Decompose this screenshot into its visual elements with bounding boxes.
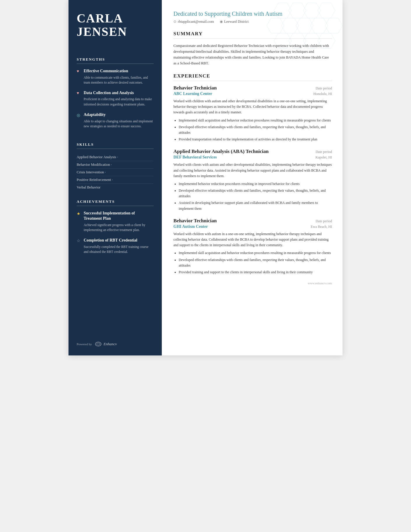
achievement-desc-1: Achieved significant progress with a cli… (84, 223, 154, 233)
strengths-section-title: STRENGTHS (77, 57, 154, 64)
bullet-2-3: Assisted in developing behavior support … (179, 200, 332, 211)
skill-item-aba: Applied Behavior Analysis · (77, 154, 154, 161)
achievement-desc-2: Successfully completed the RBT training … (84, 244, 154, 255)
exp-location-3: Ewa Beach, HI (311, 225, 332, 229)
bullet-1-2: Developed effective relationships with c… (179, 124, 332, 135)
first-name: CARLA (77, 12, 154, 25)
strength-item-data: ♥ Data Collection and Analysis Proficien… (77, 90, 154, 107)
adaptability-icon: ◎ (77, 113, 81, 118)
svg-marker-11 (303, 33, 321, 48)
strength-desc-3: Able to adapt to changing situations and… (84, 119, 154, 129)
svg-marker-1 (289, 3, 306, 18)
skills-list: Applied Behavior Analysis · Behavior Mod… (77, 154, 154, 191)
svg-marker-7 (310, 18, 328, 33)
achievement-item-treatment: ★ Successful Implementation of Treatment… (77, 211, 154, 232)
exp-company-2: DEF Behavioral Services (173, 155, 217, 160)
exp-entry-def: Applied Behavior Analysis (ABA) Technici… (173, 149, 332, 212)
email-text: rbtapplicant@email.com (178, 20, 214, 24)
svg-marker-10 (289, 33, 306, 48)
strength-desc-1: Able to communicate with clients, famili… (84, 75, 154, 85)
sidebar: CARLA JENSEN STRENGTHS ♥ Effective Commu… (68, 0, 162, 355)
strength-item-communication: ♥ Effective Communication Able to commun… (77, 68, 154, 85)
footer-website: www.enhancv.com (308, 281, 332, 285)
svg-marker-5 (281, 18, 299, 33)
svg-marker-0 (274, 3, 291, 18)
name-block: CARLA JENSEN (77, 12, 154, 38)
bullet-3-2: Developed effective relationships with c… (179, 257, 332, 268)
skills-section-title: SKILLS (77, 142, 154, 149)
exp-entry-abc: Behavior Technician Date period ABC Lear… (173, 85, 332, 142)
exp-location-2: Kapolei, HI (315, 155, 332, 160)
svg-marker-12 (318, 33, 335, 48)
achievement-item-rbt: ☆ Completion of RBT Credential Successfu… (77, 238, 154, 255)
star-filled-icon: ★ (77, 211, 81, 216)
email-icon: ⊙ (173, 20, 176, 24)
location-text: Leeward District (224, 20, 249, 24)
skill-item-behavior-mod: Behavior Modification · (77, 161, 154, 169)
exp-location-1: Honolulu, HI (313, 92, 332, 96)
bullet-1-1: Implemented skill acquisition and behavi… (179, 118, 332, 123)
exp-bullets-1: Implemented skill acquisition and behavi… (173, 118, 332, 142)
exp-entry-ghi: Behavior Technician Date period GHI Auti… (173, 218, 332, 275)
exp-title-2: Applied Behavior Analysis (ABA) Technici… (173, 149, 269, 154)
exp-bullets-3: Implemented skill acquisition and behavi… (173, 250, 332, 275)
bullet-2-2: Developed effective relationships with c… (179, 188, 332, 199)
hexagon-bg-decoration (267, 0, 342, 70)
enhancv-logo-icon (94, 341, 102, 347)
svg-marker-3 (318, 3, 335, 18)
exp-bullets-2: Implemented behavior reduction procedure… (173, 181, 332, 212)
exp-company-3: GHI Autism Center (173, 224, 208, 229)
svg-marker-9 (274, 33, 291, 48)
main-content: Dedicated to Supporting Children with Au… (162, 0, 342, 355)
heart-icon-1: ♥ (77, 69, 81, 74)
contact-location: ◉ Leeward District (220, 20, 249, 24)
svg-marker-2 (303, 3, 321, 18)
achievement-title-1: Successful Implementation of Treatment P… (84, 211, 154, 221)
svg-marker-8 (325, 18, 342, 33)
strength-desc-2: Proficient in collecting and analyzing d… (84, 97, 154, 107)
star-outline-icon: ☆ (77, 238, 81, 243)
bullet-1-3: Provided transportation related to the i… (179, 137, 332, 142)
contact-email: ⊙ rbtapplicant@email.com (173, 20, 214, 24)
main-footer: www.enhancv.com (173, 281, 332, 285)
location-icon: ◉ (220, 20, 223, 24)
achievement-title-2: Completion of RBT Credential (84, 238, 137, 243)
svg-marker-6 (296, 18, 313, 33)
exp-desc-1: Worked with children with autism and oth… (173, 98, 332, 115)
powered-by-section: Powered by Enhancv (77, 333, 154, 347)
exp-date-3: Date period (316, 219, 332, 223)
strength-title-1: Effective Communication (84, 68, 128, 74)
svg-marker-4 (267, 18, 284, 33)
skill-item-positive-reinf: Positive Reinforcement · (77, 176, 154, 184)
strength-title-3: Adaptability (84, 112, 106, 117)
bullet-3-1: Implemented skill acquisition and behavi… (179, 250, 332, 256)
exp-date-2: Date period (316, 150, 332, 154)
exp-desc-3: Worked with children with autism in a on… (173, 231, 332, 248)
exp-company-1: ABC Learning Center (173, 91, 212, 96)
enhancv-name: Enhancv (103, 342, 117, 346)
last-name: JENSEN (77, 25, 154, 38)
heart-icon-2: ♥ (77, 91, 81, 96)
exp-title-3: Behavior Technician (173, 218, 217, 224)
strength-title-2: Data Collection and Analysis (84, 90, 134, 96)
achievements-section-title: ACHIEVEMENTS (77, 199, 154, 206)
skill-item-verbal: Verbal Behavior (77, 184, 154, 191)
strength-item-adaptability: ◎ Adaptability Able to adapt to changing… (77, 112, 154, 129)
resume-container: CARLA JENSEN STRENGTHS ♥ Effective Commu… (68, 0, 342, 355)
bullet-3-3: Provided training and support to the cli… (179, 269, 332, 275)
enhancv-logo: Enhancv (94, 341, 117, 347)
exp-title-1: Behavior Technician (173, 85, 217, 91)
skill-item-crisis: Crisis Intervention · (77, 169, 154, 176)
bullet-2-1: Implemented behavior reduction procedure… (179, 181, 332, 187)
experience-section-title: EXPERIENCE (173, 73, 332, 81)
exp-desc-2: Worked with clients with autism and othe… (173, 162, 332, 179)
exp-date-1: Date period (316, 86, 332, 91)
powered-by-label: Powered by (77, 342, 92, 346)
